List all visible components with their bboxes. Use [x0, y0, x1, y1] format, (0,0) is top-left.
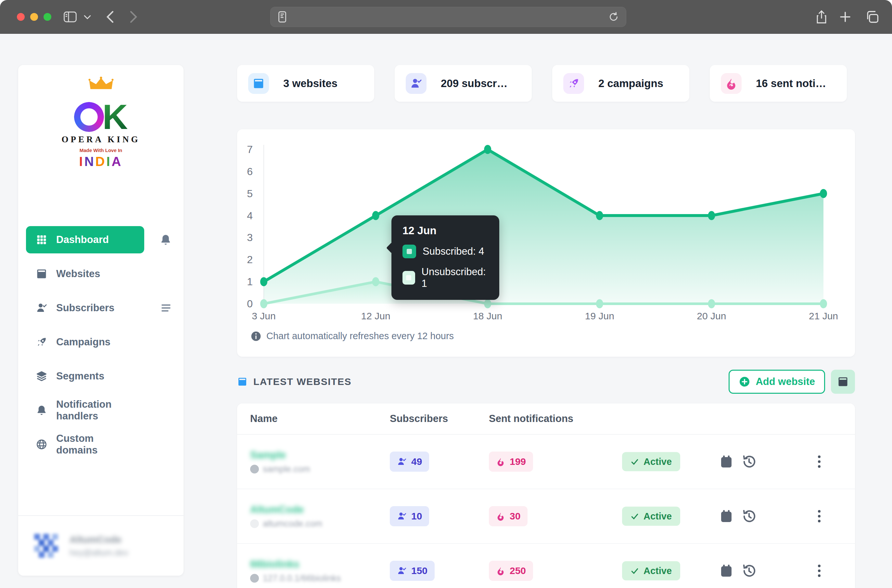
sidebar-item-custom-domains[interactable]: Custom domains [26, 431, 176, 458]
chevron-down-icon[interactable] [84, 0, 91, 34]
brand-tagline: Made With Love In [79, 147, 123, 153]
stat-card-subscribers[interactable]: 209 subscr… [395, 65, 532, 102]
history-icon[interactable] [741, 454, 757, 470]
notifications-count: 199 [510, 456, 526, 467]
tooltip-row-subscribed: Subscribed: 4 [402, 244, 488, 258]
browser-icon [837, 376, 849, 387]
status-badge: Active [622, 507, 680, 526]
table-header-row: Name Subscribers Sent notifications [237, 404, 855, 435]
stat-label: 3 websites [283, 77, 344, 90]
svg-text:6: 6 [247, 166, 253, 177]
brand-country: INDIA [79, 154, 123, 169]
row-menu-kebab-icon[interactable] [818, 510, 820, 522]
svg-text:4: 4 [247, 210, 253, 222]
rocket-icon [36, 336, 47, 348]
layers-icon [36, 370, 47, 382]
browser-icon [237, 376, 247, 387]
latest-websites-table: Name Subscribers Sent notifications Samp… [237, 404, 855, 588]
add-website-button[interactable]: Add website [729, 370, 825, 394]
sidebar-item-label: Notification handlers [56, 399, 135, 422]
logo-letter-o [74, 102, 104, 132]
stat-card-campaigns[interactable]: 2 campaigns [552, 65, 689, 102]
plus-circle-icon [739, 376, 750, 387]
profile-email: hey@altum.dev [69, 548, 128, 558]
browser-titlebar [0, 0, 892, 34]
address-bar[interactable] [270, 7, 626, 27]
favicon [250, 574, 259, 583]
subscribers-count-pill: 150 [390, 561, 435, 581]
notifications-bell-icon[interactable] [159, 234, 172, 246]
sidebar-item-label: Websites [56, 268, 100, 280]
table-row[interactable]: Sample sample.com 49 199 Active [237, 435, 855, 489]
sidebar-item-notification-handlers[interactable]: Notification handlers [26, 397, 176, 424]
user-profile[interactable]: AltumCode hey@altum.dev [18, 515, 183, 576]
close-window-button[interactable] [17, 13, 25, 21]
website-domain: 127.0.0.1/66biolinks [263, 573, 341, 584]
tooltip-unsubscribed-text: Unsubscribed: 1 [422, 266, 488, 290]
crown-icon [88, 76, 114, 92]
area-chart[interactable]: 012345673 Jun12 Jun18 Jun19 Jun20 Jun21 … [237, 129, 855, 324]
sidebar-item-label: Segments [56, 370, 104, 382]
browser-icon [248, 73, 269, 94]
bell-icon [36, 405, 47, 416]
website-domain: altumcode.com [263, 519, 322, 529]
new-tab-icon[interactable] [839, 0, 852, 34]
stat-card-notifications[interactable]: 16 sent noti… [710, 65, 847, 102]
calendar-icon[interactable] [718, 454, 734, 470]
user-check-icon [406, 73, 427, 94]
forward-button[interactable] [129, 0, 138, 34]
table-row[interactable]: AltumCode altumcode.com 10 30 Active [237, 489, 855, 544]
traffic-lights [17, 13, 51, 21]
sidebar-item-campaigns[interactable]: Campaigns [26, 328, 176, 356]
column-header-notifications: Sent notifications [489, 413, 573, 424]
back-button[interactable] [106, 0, 114, 34]
svg-text:7: 7 [247, 144, 253, 155]
website-name[interactable]: Sample [250, 449, 310, 461]
sidebar-item-subscribers[interactable]: Subscribers [26, 294, 176, 322]
info-icon [251, 331, 261, 341]
reload-icon[interactable] [609, 12, 619, 22]
sidebar-item-label: Subscribers [56, 302, 114, 314]
brand-logo: K OPERA KING Made With Love In INDIA [18, 76, 183, 169]
stat-label: 2 campaigns [598, 77, 670, 90]
calendar-icon[interactable] [718, 563, 734, 579]
website-name[interactable]: 66biolinks [250, 558, 341, 570]
sidebar-item-websites[interactable]: Websites [26, 260, 176, 288]
sidebar-item-dashboard[interactable]: Dashboard [26, 226, 176, 254]
tab-overview-icon[interactable] [865, 0, 879, 34]
notifications-count: 30 [510, 511, 520, 522]
website-name[interactable]: AltumCode [250, 504, 322, 516]
sidebar-item-segments[interactable]: Segments [26, 363, 176, 390]
subscriptions-chart: 012345673 Jun12 Jun18 Jun19 Jun20 Jun21 … [237, 129, 855, 357]
status-text: Active [643, 456, 672, 467]
section-title: LATEST WEBSITES [253, 376, 351, 387]
sidebar-item-label: Campaigns [56, 336, 111, 348]
logo-letter-k: K [103, 102, 128, 132]
reader-icon[interactable] [278, 11, 287, 23]
row-menu-kebab-icon[interactable] [818, 565, 820, 577]
subscribers-count-pill: 10 [390, 506, 429, 526]
browser-icon [36, 268, 47, 280]
status-text: Active [643, 566, 672, 576]
sidebar-toggle-icon[interactable] [64, 0, 76, 34]
notifications-count-pill: 30 [489, 506, 528, 526]
column-header-subscribers: Subscribers [390, 413, 448, 424]
stat-card-websites[interactable]: 3 websites [237, 65, 374, 102]
websites-list-button[interactable] [831, 370, 855, 394]
zoom-window-button[interactable] [43, 13, 51, 21]
subscribers-count-pill: 49 [390, 452, 429, 472]
grid-icon [36, 234, 47, 246]
calendar-icon[interactable] [718, 508, 734, 524]
subscribers-count: 49 [411, 456, 422, 467]
history-icon[interactable] [741, 563, 757, 579]
share-icon[interactable] [816, 0, 828, 34]
notifications-count-pill: 199 [489, 452, 533, 472]
history-icon[interactable] [741, 508, 757, 524]
sidebar-item-label: Custom domains [56, 433, 135, 456]
subscribers-menu-icon[interactable] [160, 303, 172, 313]
minimize-window-button[interactable] [30, 13, 38, 21]
table-row[interactable]: 66biolinks 127.0.0.1/66biolinks 150 250 … [237, 544, 855, 588]
brand-monogram: K [74, 93, 128, 132]
row-menu-kebab-icon[interactable] [818, 456, 820, 468]
avatar [31, 531, 61, 561]
